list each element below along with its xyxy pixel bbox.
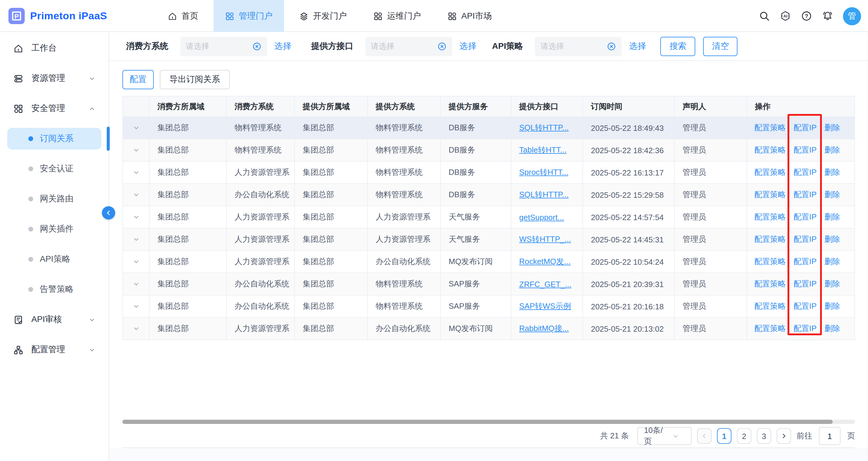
row-expand-cell[interactable] (123, 117, 150, 139)
config-ip-link[interactable]: 配置IP (794, 122, 817, 133)
sidebar-subitem-网关插件[interactable]: 网关插件 (7, 218, 101, 240)
config-policy-link[interactable]: 配置策略 (754, 301, 786, 312)
delete-link[interactable]: 删除 (825, 122, 840, 133)
config-ip-link[interactable]: 配置IP (794, 279, 817, 289)
sidebar-subitem-API策略[interactable]: API策略 (7, 248, 101, 270)
horizontal-scrollbar (122, 420, 855, 424)
help-icon[interactable]: ? (801, 10, 812, 22)
page-button-1[interactable]: 1 (717, 428, 732, 444)
filter-select-消费方系统[interactable]: 请选择 (180, 36, 267, 56)
sidebar-item-label: 安全管理 (31, 103, 65, 114)
provider-api-link[interactable]: RabbitMQ接... (519, 323, 569, 334)
top-nav-item-API市场[interactable]: API市场 (436, 0, 503, 32)
config-ip-link[interactable]: 配置IP (794, 167, 817, 178)
active-item-indicator (107, 127, 110, 151)
provider-api-link[interactable]: WS转HTTP_... (519, 234, 571, 245)
row-expand-cell[interactable] (123, 162, 150, 183)
search-icon[interactable] (758, 10, 770, 22)
goto-page-input[interactable]: 1 (819, 427, 841, 445)
config-ip-link[interactable]: 配置IP (794, 301, 817, 312)
filter-select-提供方接口[interactable]: 请选择 (365, 36, 452, 56)
config-ip-link[interactable]: 配置IP (794, 212, 817, 222)
sidebar-item-工作台[interactable]: 工作台 (7, 37, 101, 59)
bell-icon[interactable] (822, 10, 833, 22)
sidebar-subitem-订阅关系[interactable]: 订阅关系 (7, 128, 101, 150)
row-expand-cell[interactable] (123, 228, 150, 250)
config-policy-link[interactable]: 配置策略 (754, 323, 786, 334)
clear-button[interactable]: 清空 (703, 36, 738, 56)
sidebar-item-API审核[interactable]: API审核 (7, 309, 101, 331)
top-nav-item-管理门户[interactable]: 管理门户 (213, 0, 284, 32)
cell-provider_system: 物料管理系统 (368, 162, 441, 183)
sidebar-subitem-网关路由[interactable]: 网关路由 (7, 188, 101, 210)
config-ip-link[interactable]: 配置IP (794, 189, 817, 200)
filter-select-API策略[interactable]: 请选择 (535, 36, 622, 56)
top-nav-item-首页[interactable]: 首页 (156, 0, 210, 32)
config-policy-link[interactable]: 配置策略 (754, 145, 786, 156)
horizontal-scrollbar-thumb[interactable] (122, 420, 833, 424)
row-expand-cell[interactable] (123, 184, 150, 206)
provider-api-link[interactable]: SAP转WS示例 (519, 301, 571, 312)
row-expand-cell[interactable] (123, 296, 150, 317)
sidebar-collapse-button[interactable] (102, 206, 115, 219)
row-expand-cell[interactable] (123, 206, 150, 228)
chevron-down-icon (132, 213, 140, 221)
row-expand-cell[interactable] (123, 318, 150, 339)
page-size-select[interactable]: 10条/页 (638, 427, 692, 445)
provider-api-link[interactable]: ZRFC_GET_... (519, 279, 571, 288)
delete-link[interactable]: 删除 (825, 212, 840, 222)
filter-choose-link[interactable]: 选择 (629, 41, 646, 52)
delete-link[interactable]: 删除 (825, 323, 840, 334)
delete-link[interactable]: 删除 (825, 145, 840, 156)
config-policy-link[interactable]: 配置策略 (754, 279, 786, 289)
sidebar-subitem-安全认证[interactable]: 安全认证 (7, 158, 101, 180)
top-nav-item-开发门户[interactable]: 开发门户 (288, 0, 358, 32)
config-ip-link[interactable]: 配置IP (794, 234, 817, 245)
next-page-button[interactable] (777, 428, 791, 444)
provider-api-link[interactable]: getSupport... (519, 213, 564, 222)
ai-assistant-icon[interactable]: AI (780, 10, 791, 22)
page-button-2[interactable]: 2 (737, 428, 751, 444)
page-button-3[interactable]: 3 (757, 428, 771, 444)
chevron-down-icon (89, 346, 95, 353)
sidebar-item-配置管理[interactable]: 配置管理 (7, 339, 101, 361)
sidebar-item-安全管理[interactable]: 安全管理 (7, 98, 101, 119)
row-expand-cell[interactable] (123, 139, 150, 161)
cell-time: 2025-05-22 16:13:17 (583, 162, 675, 183)
config-button[interactable]: 配置 (122, 70, 154, 89)
delete-link[interactable]: 删除 (825, 279, 840, 289)
config-policy-link[interactable]: 配置策略 (754, 234, 786, 245)
delete-link[interactable]: 删除 (825, 256, 840, 267)
sidebar-item-资源管理[interactable]: 资源管理 (7, 67, 101, 89)
search-button[interactable]: 搜索 (660, 36, 695, 56)
filter-choose-link[interactable]: 选择 (460, 41, 476, 52)
provider-api-link[interactable]: SQL转HTTP... (519, 122, 569, 133)
top-nav-item-运维门户[interactable]: 运维门户 (362, 0, 432, 32)
provider-api-link[interactable]: SQL转HTTP... (519, 189, 569, 200)
cell-provider_service: 天气服务 (441, 206, 512, 228)
delete-link[interactable]: 删除 (825, 167, 840, 178)
filter-choose-link[interactable]: 选择 (274, 41, 291, 52)
sidebar-subitem-告警策略[interactable]: 告警策略 (7, 279, 101, 300)
config-policy-link[interactable]: 配置策略 (754, 189, 786, 200)
delete-link[interactable]: 删除 (825, 301, 840, 312)
config-policy-link[interactable]: 配置策略 (754, 256, 786, 267)
config-policy-link[interactable]: 配置策略 (754, 122, 786, 133)
prev-page-button[interactable] (697, 428, 712, 444)
provider-api-link[interactable]: Sproc转HTT... (519, 167, 568, 178)
cell-provider_api: Table转HTT... (512, 139, 583, 161)
config-policy-link[interactable]: 配置策略 (754, 167, 786, 178)
avatar[interactable]: 管 (843, 7, 861, 25)
config-policy-link[interactable]: 配置策略 (754, 212, 786, 222)
export-subscriptions-button[interactable]: 导出订阅关系 (160, 70, 230, 89)
row-expand-cell[interactable] (123, 251, 150, 273)
config-ip-link[interactable]: 配置IP (794, 256, 817, 267)
config-ip-link[interactable]: 配置IP (794, 323, 817, 334)
delete-link[interactable]: 删除 (825, 189, 840, 200)
brand-logo[interactable]: P Primeton iPaaS (8, 0, 107, 32)
config-ip-link[interactable]: 配置IP (794, 145, 817, 156)
provider-api-link[interactable]: Table转HTT... (519, 145, 567, 156)
delete-link[interactable]: 删除 (825, 234, 840, 245)
provider-api-link[interactable]: RocketMQ发... (519, 256, 571, 267)
row-expand-cell[interactable] (123, 273, 150, 295)
